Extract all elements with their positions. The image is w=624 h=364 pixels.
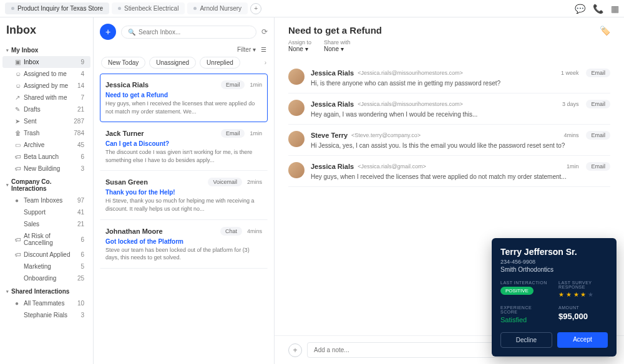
- sidebar-item[interactable]: 🏷At Risk of Cancelling6: [2, 230, 90, 249]
- thread-panel: Need to get a Refund 🏷️ Assign to None ▾…: [275, 17, 624, 364]
- pencil-icon: ✎: [15, 106, 24, 113]
- conversation-item[interactable]: Susan GreenVoicemail2minsThank you for t…: [100, 171, 268, 219]
- compose-button[interactable]: +: [100, 24, 116, 40]
- app-tab[interactable]: Product Inquiry for Texas Store: [5, 2, 109, 14]
- channel-badge: Email: [221, 129, 245, 138]
- tag-icon[interactable]: 🏷️: [600, 26, 610, 36]
- sidebar-section-header[interactable]: Shared Interactions: [0, 284, 93, 297]
- user-icon: ☺: [15, 82, 24, 89]
- experience-score: Satisfied: [500, 316, 550, 323]
- tag-icon: 🏷: [15, 165, 24, 172]
- contact-name: Terry Jefferson Sr.: [500, 247, 608, 257]
- trash-icon: 🗑: [15, 130, 24, 136]
- sort-icon[interactable]: ☰: [261, 46, 266, 53]
- dot-icon: ●: [15, 197, 24, 204]
- accept-button[interactable]: Accept: [557, 332, 608, 348]
- sidebar: Inbox My Inbox▣Inbox9☺Assigned to me4☺As…: [0, 17, 94, 364]
- message: Steve Terry<Steve.terry@company.co>4mins…: [288, 125, 610, 156]
- sidebar-item[interactable]: ☺Assigned to me4: [2, 68, 90, 80]
- thread-title: Need to get a Refund: [288, 25, 382, 36]
- channel-badge: Email: [586, 131, 610, 140]
- search-input[interactable]: [139, 29, 250, 36]
- sidebar-item[interactable]: Marketing5: [2, 261, 90, 272]
- chat-icon[interactable]: 💬: [575, 4, 585, 14]
- assign-dropdown[interactable]: Assign to None ▾: [288, 39, 311, 52]
- app-tab[interactable]: Stienbeck Electrical: [112, 2, 185, 14]
- sidebar-item[interactable]: 🗑Trash784: [2, 127, 90, 139]
- sidebar-item[interactable]: ●Team Inboxes97: [2, 194, 90, 206]
- pill-next-icon[interactable]: ›: [265, 59, 266, 66]
- sidebar-item[interactable]: ▣Inbox9: [2, 56, 90, 68]
- sidebar-title: Inbox: [0, 24, 93, 43]
- tag-icon: 🏷: [15, 153, 24, 160]
- composer-add-button[interactable]: +: [288, 343, 302, 357]
- sidebar-item[interactable]: 🏷New Building3: [2, 163, 90, 175]
- channel-badge: Email: [221, 80, 245, 89]
- dot-icon: ●: [15, 300, 24, 307]
- sidebar-item[interactable]: ➤Sent287: [2, 115, 90, 127]
- interaction-badge: POSITIVE: [500, 287, 534, 295]
- share-icon: ↗: [15, 94, 24, 101]
- message: Jessica Rials<Jessica.rials@gmail.com>1m…: [288, 156, 610, 187]
- sidebar-item[interactable]: Stephanie Rials3: [2, 309, 90, 321]
- sidebar-item[interactable]: 🏷Discount Applied6: [2, 249, 90, 261]
- sidebar-section-header[interactable]: Company Co. Interactions: [0, 175, 93, 194]
- conversation-list-panel: + 🔍 ⟳ Filter ▾ ☰ New TodayUnassignedUnre…: [94, 17, 275, 364]
- message: Jessica Rials<Jessica.rials@missourihome…: [288, 62, 610, 93]
- filter-button[interactable]: Filter ▾: [237, 46, 256, 53]
- sidebar-item[interactable]: Sales21: [2, 218, 90, 230]
- send-icon: ➤: [15, 118, 24, 125]
- filter-pill[interactable]: Unreplied: [200, 57, 240, 69]
- sidebar-item[interactable]: Onboarding25: [2, 272, 90, 284]
- channel-badge: Email: [586, 69, 610, 77]
- sidebar-item[interactable]: ☺Assigned by me14: [2, 80, 90, 92]
- avatar: [288, 131, 305, 147]
- decline-button[interactable]: Decline: [500, 332, 552, 348]
- sidebar-item[interactable]: ▭Archive45: [2, 139, 90, 151]
- app-tab[interactable]: Arnold Nursery: [187, 2, 248, 14]
- contact-card: Terry Jefferson Sr. 234-456-9908 Smith O…: [492, 238, 617, 357]
- sidebar-item[interactable]: ✎Drafts21: [2, 103, 90, 115]
- avatar: [288, 162, 305, 178]
- refresh-icon[interactable]: ⟳: [261, 27, 268, 36]
- survey-stars: ★ ★ ★ ★ ★: [558, 291, 608, 298]
- channel-badge: Chat: [220, 227, 242, 236]
- conversation-item[interactable]: Jessica RialsEmail1minNeed to get a Refu…: [100, 74, 268, 122]
- new-tab-button[interactable]: +: [250, 3, 261, 14]
- sidebar-item[interactable]: 🏷Beta Launch6: [2, 151, 90, 163]
- contact-company: Smith Orthodontics: [500, 266, 608, 273]
- filter-pill[interactable]: New Today: [101, 57, 145, 69]
- tag-icon: 🏷: [15, 236, 24, 243]
- message: Jessica Rials<Jessica.rials@missourihome…: [288, 93, 610, 125]
- tag-icon: 🏷: [15, 251, 24, 258]
- avatar: [288, 69, 305, 85]
- avatar: [288, 100, 305, 116]
- inbox-icon: ▣: [15, 59, 24, 65]
- amount-value: $95,000: [558, 312, 608, 321]
- filter-pill[interactable]: Unassigned: [149, 57, 196, 69]
- channel-badge: Voicemail: [208, 178, 242, 186]
- search-input-wrap[interactable]: 🔍: [121, 26, 256, 39]
- tabs-bar: Product Inquiry for Texas StoreStienbeck…: [0, 0, 624, 17]
- sidebar-item[interactable]: ●All Teammates10: [2, 297, 90, 309]
- channel-badge: Email: [586, 162, 610, 171]
- contact-phone: 234-456-9908: [500, 259, 608, 265]
- conversation-item[interactable]: Jack TurnerEmail1minCan I get a Discount…: [100, 122, 268, 171]
- user-icon: ☺: [15, 70, 24, 77]
- channel-badge: Email: [586, 100, 610, 108]
- sidebar-item[interactable]: ↗Shared with me7: [2, 92, 90, 103]
- archive-icon: ▭: [15, 141, 24, 148]
- conversation-item[interactable]: Johnathan MooreChat4minsGot locked of th…: [100, 220, 268, 269]
- sidebar-section-header[interactable]: My Inbox: [0, 43, 93, 56]
- share-dropdown[interactable]: Share with None ▾: [324, 39, 351, 52]
- search-icon: 🔍: [128, 29, 135, 36]
- apps-icon[interactable]: ▦: [611, 4, 619, 14]
- phone-icon[interactable]: 📞: [593, 4, 603, 14]
- sidebar-item[interactable]: Support41: [2, 206, 90, 218]
